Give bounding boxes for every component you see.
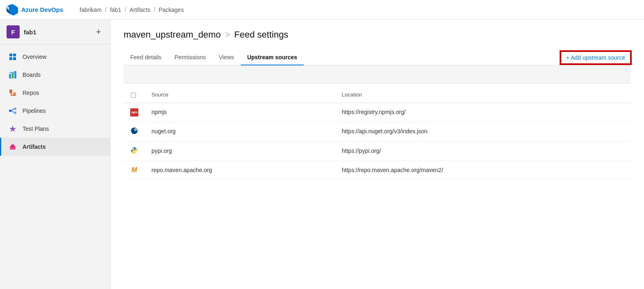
upstream-sources-table: ▢ Source Location npm npmjs https://regi… xyxy=(124,87,631,179)
svg-point-22 xyxy=(133,148,134,149)
col-location-header: Location xyxy=(335,87,631,103)
overview-icon xyxy=(8,52,18,62)
tab-upstream-sources[interactable]: Upstream sources xyxy=(241,50,304,65)
row-location-cell: https://pypi.org/ xyxy=(335,141,631,161)
doc-icon: ▢ xyxy=(130,91,136,98)
col-icon: ▢ xyxy=(124,87,145,103)
row-icon-cell: npm xyxy=(124,103,145,122)
location-url: https://registry.npmjs.org/ xyxy=(342,109,406,115)
location-url: https://repo.maven.apache.org/maven2/ xyxy=(342,167,443,173)
sidebar-nav: Overview Boards xyxy=(0,45,110,289)
location-url: https://api.nuget.org/v3/index.json xyxy=(342,128,427,134)
sidebar-item-boards-label: Boards xyxy=(23,72,41,78)
page-title: Feed settings xyxy=(234,29,288,40)
sidebar-item-overview[interactable]: Overview xyxy=(0,48,110,66)
svg-point-19 xyxy=(131,128,138,134)
svg-rect-4 xyxy=(9,74,11,78)
svg-point-11 xyxy=(9,110,11,112)
breadcrumb: fabrikam / fab1 / Artifacts / Packages xyxy=(80,6,184,13)
svg-rect-3 xyxy=(13,57,16,60)
sidebar-item-repos[interactable]: Repos xyxy=(0,84,110,102)
nuget-icon xyxy=(130,127,138,135)
table-row: M repo.maven.apache.org https://repo.mav… xyxy=(124,161,631,179)
sidebar-item-pipelines-label: Pipelines xyxy=(23,108,46,114)
sidebar-item-boards[interactable]: Boards xyxy=(0,66,110,84)
sidebar-add-button[interactable]: + xyxy=(93,26,104,38)
project-name: fab1 xyxy=(24,29,36,36)
logo-text: Azure DevOps xyxy=(21,6,63,13)
add-upstream-source-button[interactable]: + Add upstream source xyxy=(560,51,631,64)
svg-rect-2 xyxy=(9,57,12,60)
tab-feed-details[interactable]: Feed details xyxy=(124,50,168,65)
pipelines-icon xyxy=(8,106,18,116)
sidebar-item-artifacts[interactable]: Artifacts xyxy=(0,138,110,156)
toolbar-row xyxy=(124,65,631,83)
source-name: pypi.org xyxy=(151,148,172,154)
sidebar-item-pipelines[interactable]: Pipelines xyxy=(0,102,110,120)
test-plans-icon xyxy=(8,124,18,134)
boards-icon xyxy=(8,70,18,80)
breadcrumb-packages[interactable]: Packages xyxy=(158,7,183,13)
breadcrumb-fab1[interactable]: fab1 xyxy=(110,7,121,13)
feed-name[interactable]: maven_upstream_demo xyxy=(124,29,221,40)
col-source-header: Source xyxy=(145,87,335,103)
sidebar-item-artifacts-label: Artifacts xyxy=(23,143,46,150)
row-source-cell: nuget.org xyxy=(145,121,335,141)
svg-rect-0 xyxy=(9,54,12,56)
svg-point-23 xyxy=(135,152,136,152)
content-area: ▢ Source Location npm npmjs https://regi… xyxy=(124,65,631,179)
npmjs-icon: npm xyxy=(130,108,138,116)
logo[interactable]: Azure DevOps xyxy=(7,4,63,16)
row-location-cell: https://api.nuget.org/v3/index.json xyxy=(335,121,631,141)
sidebar-item-repos-label: Repos xyxy=(23,90,39,96)
maven-icon: M xyxy=(130,166,138,174)
tab-permissions[interactable]: Permissions xyxy=(168,50,212,65)
svg-point-12 xyxy=(14,108,16,110)
svg-rect-18 xyxy=(12,144,14,146)
layout: F fab1 + Overview xyxy=(0,20,644,289)
svg-line-15 xyxy=(11,111,14,112)
row-location-cell: https://registry.npmjs.org/ xyxy=(335,103,631,122)
sidebar: F fab1 + Overview xyxy=(0,20,111,289)
sidebar-project: F fab1 + xyxy=(0,20,110,45)
breadcrumb-sep-1: / xyxy=(105,6,106,13)
source-name: nuget.org xyxy=(151,128,176,134)
main-content: maven_upstream_demo > Feed settings Feed… xyxy=(111,20,644,289)
tab-actions: + Add upstream source xyxy=(560,51,631,64)
breadcrumb-sep-3: / xyxy=(154,6,155,13)
sidebar-item-overview-label: Overview xyxy=(23,54,46,60)
tabs: Feed details Permissions Views Upstream … xyxy=(124,50,631,65)
table-row: pypi.org https://pypi.org/ xyxy=(124,141,631,161)
source-name: npmjs xyxy=(151,109,167,115)
row-icon-cell xyxy=(124,141,145,161)
table-row: nuget.org https://api.nuget.org/v3/index… xyxy=(124,121,631,141)
svg-rect-1 xyxy=(13,54,16,56)
location-url: https://pypi.org/ xyxy=(342,148,381,154)
svg-point-21 xyxy=(135,129,136,130)
table-row: npm npmjs https://registry.npmjs.org/ xyxy=(124,103,631,122)
row-source-cell: pypi.org xyxy=(145,141,335,161)
pypi-icon xyxy=(130,146,138,155)
breadcrumb-fabrikam[interactable]: fabrikam xyxy=(80,7,102,13)
svg-rect-7 xyxy=(9,90,12,93)
project-avatar: F xyxy=(7,25,20,38)
artifacts-icon xyxy=(8,142,18,152)
row-source-cell: npmjs xyxy=(145,103,335,122)
breadcrumb-artifacts[interactable]: Artifacts xyxy=(129,7,150,13)
sidebar-item-test-plans-label: Test Plans xyxy=(23,125,49,132)
source-name: repo.maven.apache.org xyxy=(151,167,212,173)
row-location-cell: https://repo.maven.apache.org/maven2/ xyxy=(335,161,631,179)
svg-point-13 xyxy=(14,112,16,114)
row-icon-cell: M xyxy=(124,161,145,179)
header-sep: > xyxy=(225,29,230,40)
sidebar-project-left: F fab1 xyxy=(7,25,36,38)
page-header: maven_upstream_demo > Feed settings xyxy=(124,29,631,40)
tab-views[interactable]: Views xyxy=(212,50,241,65)
azure-devops-logo-icon xyxy=(7,4,18,16)
breadcrumb-sep-2: / xyxy=(124,6,126,13)
sidebar-item-test-plans[interactable]: Test Plans xyxy=(0,120,110,138)
topbar: Azure DevOps fabrikam / fab1 / Artifacts… xyxy=(0,0,644,20)
row-source-cell: repo.maven.apache.org xyxy=(145,161,335,179)
svg-line-14 xyxy=(11,109,14,110)
row-icon-cell xyxy=(124,121,145,141)
